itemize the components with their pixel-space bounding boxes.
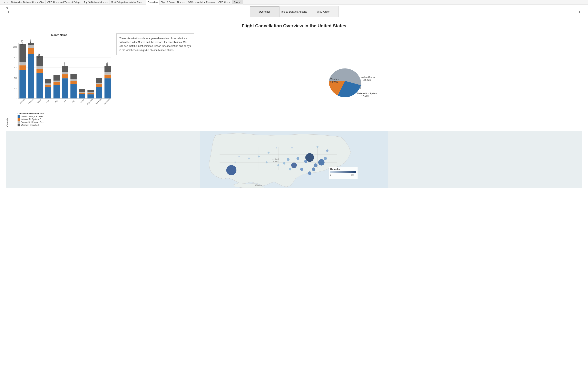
map-bubble-8 [324, 157, 327, 160]
map-bubble-11 [258, 155, 260, 157]
tab-bar-nav: ▾ ‹ h [1, 1, 9, 4]
bar-sep-weather [87, 90, 94, 92]
bar-may-weather [53, 75, 60, 81]
svg-text:November: November [95, 98, 102, 105]
tab-top10-delayed[interactable]: Top 10 Delayed airports [82, 0, 109, 4]
bar-may-unknown [53, 81, 60, 82]
tab-most-delayed-state[interactable]: Most Delayed airports by State ... [109, 0, 146, 4]
map-bubble-14 [234, 161, 236, 163]
tab-nav-h[interactable]: h [6, 1, 9, 4]
bar-chart-svg: 0 200 400 600 800 1000 8.46% [9, 38, 112, 112]
tab-nav-left[interactable]: ‹ [4, 1, 6, 4]
bar-chart-legend: Cancellation Reason Explai... Airline/Ca… [17, 113, 112, 126]
legend-label-airline: Airline/Carrier, Cancelled [21, 115, 43, 118]
tab-ord-airport[interactable]: ORD Airport [217, 0, 232, 4]
bar-feb-unknown [28, 45, 34, 48]
tab-weather-delayed[interactable]: 10 Weather Delayed Airports Top [9, 0, 46, 4]
bar-jan-airline [19, 70, 26, 99]
svg-text:4.15%: 4.15% [63, 62, 66, 67]
legend-label-nas: National Air System, C... [21, 118, 43, 120]
pie-label-airline: Airline/Carrier [361, 76, 375, 78]
tab-nav-arrow[interactable]: ▾ [1, 1, 3, 4]
tab-bar: ▾ ‹ h 10 Weather Delayed Airports Top OR… [0, 0, 588, 4]
bar-mar-airline [36, 73, 43, 99]
map-bubble-15 [266, 161, 268, 163]
bar-feb-nas [28, 48, 34, 54]
story-card-overview[interactable]: Overview [250, 6, 279, 17]
story-card-top10[interactable]: Top 10 Delayed Airports [279, 6, 309, 17]
legend-label-unknown: Reason Not Known, Ca... [21, 121, 44, 123]
story-prev-arrow[interactable]: ‹ [6, 9, 11, 14]
tab-ord-cancellation[interactable]: ORD cancellation Reasons [186, 0, 217, 4]
tab-ord-delays[interactable]: ORD Airport and Types of Delays [46, 0, 82, 4]
map-section: United States Mexico [6, 131, 582, 188]
map-bubble-10 [268, 151, 270, 154]
bar-jun-unknown [62, 72, 68, 74]
info-box: These visualizations show a general over… [116, 33, 194, 55]
svg-text:August: August [79, 99, 85, 104]
tab-story1[interactable]: Story 1 [232, 0, 243, 4]
legend-label-weather: Weather, Cancelled [21, 124, 39, 126]
tab-top10-deayed[interactable]: Top 10 Deayed Airports [159, 0, 186, 4]
legend-color-nas [17, 118, 20, 121]
bar-aug-weather [79, 89, 85, 92]
refresh-icon[interactable]: ↺ [6, 6, 9, 9]
map-bubble-18 [291, 147, 293, 149]
pie-chart-svg: Weather 54.07% Airline/Carrier 28.42% Na… [310, 58, 388, 103]
map-legend-title: Cancelled [330, 167, 340, 170]
upper-section: Month Name Cancelled [6, 33, 582, 127]
tab-bar-end: › [585, 1, 587, 4]
info-text: These visualizations show a general over… [120, 37, 191, 52]
tab-overview[interactable]: Overview [146, 0, 159, 4]
map-bubble-9 [326, 150, 329, 152]
legend-color-unknown [17, 121, 20, 124]
pie-value-nas: 17.51% [361, 95, 369, 97]
bar-nov-airline [96, 87, 102, 99]
map-bubble-20 [316, 146, 319, 148]
bar-mar-nas [36, 69, 43, 73]
map-bubble-3 [296, 157, 299, 160]
map-legend-gradient [330, 171, 356, 173]
bar-jan-unknown [19, 62, 26, 65]
map-bubble-6 [300, 167, 303, 171]
map-bubble-4 [287, 158, 290, 161]
main-content: Flight Cancellation Overview in the Unit… [0, 19, 588, 192]
legend-color-weather [17, 124, 20, 126]
bar-jun-nas [62, 74, 68, 78]
story-card-ord[interactable]: ORD Airport [309, 6, 338, 17]
story-next-arrow[interactable]: › [577, 9, 582, 14]
bar-apr-nas [45, 85, 51, 87]
pie-section: Weather 54.07% Airline/Carrier 28.42% Na… [116, 58, 582, 103]
bar-aug-nas [79, 92, 85, 94]
legend-item-unknown: Reason Not Known, Ca... [17, 121, 112, 124]
map-bubble-13 [238, 156, 240, 157]
bar-apr-unknown [45, 83, 51, 85]
legend-color-airline [17, 115, 20, 118]
bar-chart-inner: 0 200 400 600 800 1000 8.46% [9, 38, 112, 127]
bar-jun-airline [62, 78, 68, 99]
svg-text:January: January [19, 98, 25, 104]
bar-chart-wrap: Cancelled 0 2 [6, 38, 112, 127]
svg-text:800: 800 [14, 56, 17, 58]
map-mexico-label: Mexico [255, 184, 262, 187]
pie-value-airline: 28.42% [363, 78, 371, 81]
bar-mar-unknown [36, 66, 43, 69]
pie-value-weather: 54.07% [330, 81, 338, 83]
bar-nov-unknown [96, 83, 102, 84]
bar-nov-weather [96, 78, 102, 83]
map-bubble-17 [289, 168, 291, 170]
bar-jul-airline [70, 84, 77, 99]
map-bubble-21 [308, 171, 311, 175]
map-us-label: United [273, 158, 279, 160]
svg-text:May: May [54, 99, 58, 103]
bar-sep-nas [87, 93, 94, 94]
bar-jan-nas [19, 66, 26, 70]
bar-feb-airline [28, 54, 34, 99]
bar-dec-airline [104, 78, 111, 99]
map-bubble-19 [276, 147, 277, 149]
svg-text:600: 600 [14, 67, 17, 69]
tab-nav-right[interactable]: › [585, 1, 587, 4]
map-bubble-5 [283, 162, 285, 165]
svg-text:7.51%: 7.51% [38, 53, 40, 58]
bar-jan-weather [19, 44, 26, 62]
